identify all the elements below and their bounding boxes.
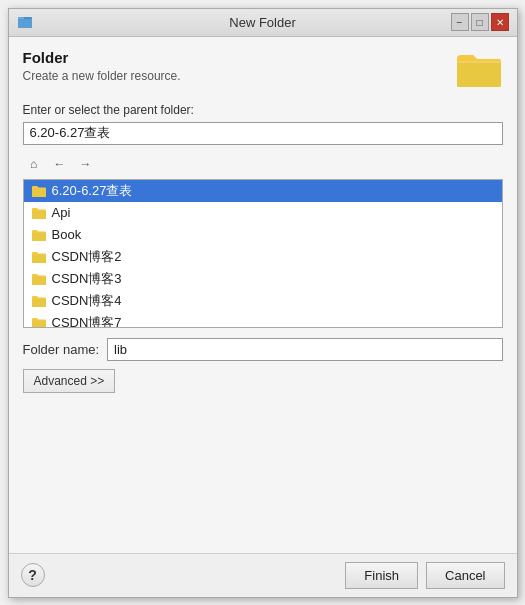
- folder-large-icon: [455, 49, 503, 89]
- folder-name-row: Folder name:: [23, 338, 503, 361]
- tree-item[interactable]: CSDN博客4: [24, 290, 502, 312]
- tree-item[interactable]: CSDN博客3: [24, 268, 502, 290]
- maximize-button[interactable]: □: [471, 13, 489, 31]
- nav-toolbar: ⌂ ← →: [23, 153, 503, 175]
- folder-tree-icon: [30, 293, 48, 309]
- tree-item-label: CSDN博客2: [52, 248, 122, 266]
- folder-tree-icon: [30, 205, 48, 221]
- title-buttons: − □ ✕: [451, 13, 509, 31]
- bottom-buttons: Finish Cancel: [345, 562, 504, 589]
- help-button[interactable]: ?: [21, 563, 45, 587]
- tree-item-label: Book: [52, 227, 82, 242]
- home-nav-button[interactable]: ⌂: [23, 153, 45, 175]
- forward-icon: →: [80, 157, 92, 171]
- back-nav-button[interactable]: ←: [49, 153, 71, 175]
- close-button[interactable]: ✕: [491, 13, 509, 31]
- tree-item[interactable]: Book: [24, 224, 502, 246]
- tree-item-label: CSDN博客7: [52, 314, 122, 329]
- forward-nav-button[interactable]: →: [75, 153, 97, 175]
- folder-tree-icon: [30, 249, 48, 265]
- dialog-title: New Folder: [229, 15, 295, 30]
- tree-item-label: Api: [52, 205, 71, 220]
- tree-item[interactable]: 6.20-6.27查表: [24, 180, 502, 202]
- header-section: Folder Create a new folder resource.: [23, 49, 503, 89]
- tree-item-label: 6.20-6.27查表: [52, 182, 133, 200]
- header-text: Folder Create a new folder resource.: [23, 49, 181, 83]
- tree-item[interactable]: CSDN博客7: [24, 312, 502, 329]
- folder-name-label: Folder name:: [23, 342, 100, 357]
- minimize-button[interactable]: −: [451, 13, 469, 31]
- folder-tree-icon: [30, 183, 48, 199]
- home-icon: ⌂: [30, 157, 37, 171]
- main-content: Folder Create a new folder resource. Ent…: [9, 37, 517, 553]
- svg-rect-2: [18, 19, 32, 28]
- app-icon: [17, 14, 33, 30]
- tree-item-label: CSDN博客3: [52, 270, 122, 288]
- parent-folder-input[interactable]: [23, 122, 503, 145]
- tree-item[interactable]: CSDN博客2: [24, 246, 502, 268]
- folder-tree-icon: [30, 227, 48, 243]
- bottom-bar: ? Finish Cancel: [9, 553, 517, 597]
- new-folder-dialog: New Folder − □ ✕ Folder Create a new fol…: [8, 8, 518, 598]
- finish-button[interactable]: Finish: [345, 562, 418, 589]
- section-subtitle: Create a new folder resource.: [23, 69, 181, 83]
- folder-name-input[interactable]: [107, 338, 502, 361]
- title-bar: New Folder − □ ✕: [9, 9, 517, 37]
- section-title: Folder: [23, 49, 181, 66]
- folder-tree-icon: [30, 271, 48, 287]
- parent-folder-label: Enter or select the parent folder:: [23, 103, 503, 117]
- back-icon: ←: [54, 157, 66, 171]
- svg-rect-1: [18, 17, 24, 19]
- cancel-button[interactable]: Cancel: [426, 562, 504, 589]
- title-bar-left: [17, 14, 33, 30]
- folder-tree[interactable]: 6.20-6.27查表 Api Book CSDN博客2 CSDN博客3 CSD…: [23, 179, 503, 329]
- folder-tree-icon: [30, 315, 48, 329]
- tree-item[interactable]: Api: [24, 202, 502, 224]
- tree-item-label: CSDN博客4: [52, 292, 122, 310]
- advanced-button[interactable]: Advanced >>: [23, 369, 116, 393]
